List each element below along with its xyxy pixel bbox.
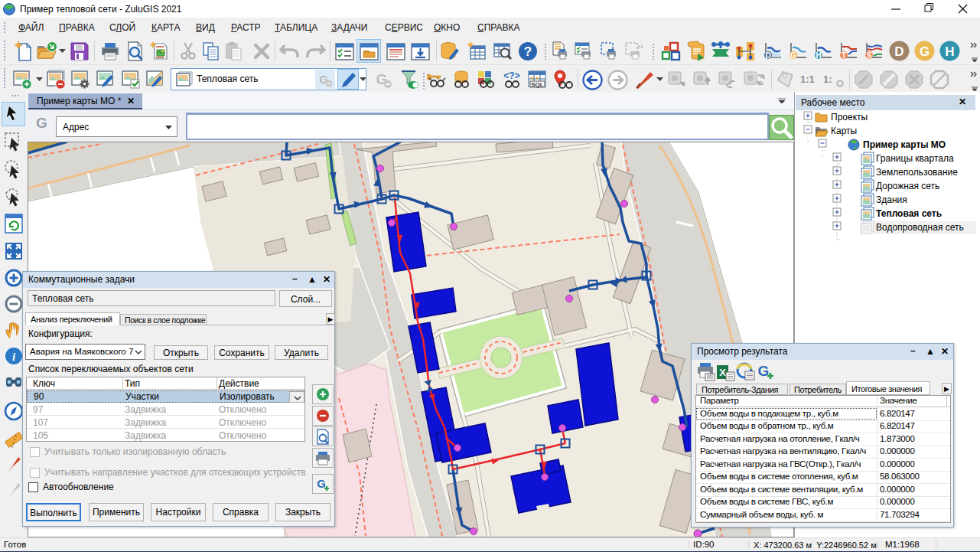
svg-text:D: D xyxy=(765,51,770,60)
svg-text:SQL: SQL xyxy=(531,81,544,88)
svg-text:X: X xyxy=(719,367,726,378)
svg-text:S: S xyxy=(867,51,872,60)
svg-text:<?>: <?> xyxy=(503,70,519,81)
svg-text:H: H xyxy=(816,51,821,60)
svg-text:T: T xyxy=(842,51,846,60)
svg-text:G: G xyxy=(920,44,930,59)
svg-text:?: ? xyxy=(524,44,532,59)
svg-text:G: G xyxy=(790,51,796,60)
svg-text:H: H xyxy=(945,44,954,59)
svg-text:D: D xyxy=(894,44,903,59)
